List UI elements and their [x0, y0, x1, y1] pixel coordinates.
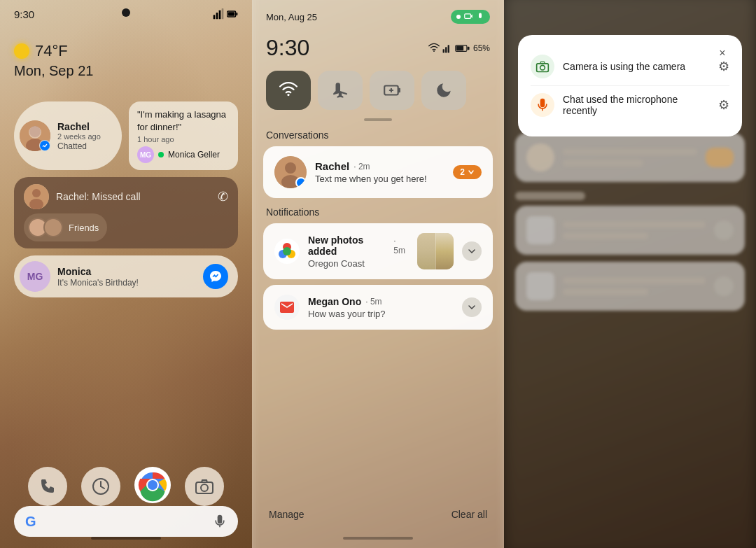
photos-notif-title: New photos added — [308, 234, 389, 257]
conversation-content: Rachel · 2m Text me when you get here! — [315, 160, 444, 184]
home-nav-bar — [0, 528, 252, 548]
people-section: Rachel 2 weeks ago Chatted "I'm making a… — [14, 101, 238, 297]
missed-call-avatar — [24, 184, 49, 209]
battery-saver-icon — [383, 81, 401, 99]
close-button[interactable]: × — [714, 45, 731, 62]
email-message: How was your trip? — [308, 309, 454, 319]
clear-all-button[interactable]: Clear all — [451, 509, 487, 520]
clock-dock-icon[interactable] — [81, 467, 120, 506]
missed-call-chip: Rachel: Missed call ✆ — [24, 184, 228, 209]
friends-chip[interactable]: Friends — [24, 213, 107, 241]
airplane-icon — [331, 81, 349, 99]
notifications-scroll-area[interactable]: Conversations Rachel · 2m — [252, 129, 504, 500]
battery-icon — [227, 8, 238, 20]
mic-perm-icon — [531, 93, 554, 117]
photos-notif-content: New photos added · 5m Oregon Coast — [308, 234, 409, 269]
close-icon: × — [719, 47, 725, 59]
email-sender: Megan Ono — [308, 296, 361, 307]
mic-settings-icon[interactable]: ⚙ — [718, 97, 729, 113]
date-display: Mon, Sep 21 — [14, 63, 93, 79]
rachel-missed-section[interactable]: Rachel: Missed call ✆ Friends — [14, 177, 238, 248]
conv-sender-name: Rachel — [315, 160, 349, 172]
photos-notification-card[interactable]: New photos added · 5m Oregon Coast — [263, 223, 493, 279]
people-row-1: Rachel 2 weeks ago Chatted "I'm making a… — [14, 101, 238, 170]
svg-point-45 — [540, 65, 545, 70]
svg-point-38 — [285, 162, 296, 174]
blurred-line-bottom-3 — [563, 288, 648, 295]
blurred-expand-3 — [714, 276, 734, 296]
blurred-badge-1 — [706, 148, 734, 167]
email-notif-row: Megan Ono · 5m How was your trip? — [274, 295, 482, 320]
monica-birthday-chip[interactable]: MG Monica It's Monica's Birthday! — [14, 255, 238, 297]
chrome-dock-icon[interactable] — [134, 467, 171, 503]
photos-notif-time: · 5m — [393, 236, 409, 255]
blurred-card-3 — [515, 262, 745, 311]
monica-avatar: MG — [20, 261, 50, 292]
monica-quote-person: MG Monica Geller — [137, 146, 230, 163]
rachel-missed-avatar-img — [24, 184, 49, 209]
blurred-avatar-2 — [526, 216, 554, 244]
wifi-toggle[interactable] — [266, 71, 311, 110]
monica-birthday-text: It's Monica's Birthday! — [57, 278, 196, 288]
online-indicator — [158, 152, 164, 157]
email-title-row: Megan Ono · 5m — [308, 296, 454, 307]
battery-saver-toggle[interactable] — [370, 71, 414, 110]
notif-bottom-bar — [252, 528, 504, 548]
svg-point-22 — [201, 484, 208, 491]
phone-dock-icon[interactable] — [28, 467, 67, 506]
svg-rect-0 — [214, 15, 216, 19]
notif-signal-row: 65% — [428, 43, 490, 54]
airplane-toggle[interactable] — [318, 71, 363, 110]
weather-widget: 74°F Mon, Sep 21 — [14, 42, 93, 79]
blurred-card-1 — [515, 133, 745, 182]
photos-expand-btn[interactable] — [462, 241, 482, 261]
monica-messenger-icon — [203, 264, 228, 289]
svg-rect-24 — [465, 14, 471, 18]
friend-avatar-2 — [43, 218, 63, 237]
missed-call-icon: ✆ — [218, 189, 228, 204]
svg-rect-27 — [445, 47, 447, 52]
rachel-chip[interactable]: Rachel 2 weeks ago Chatted — [14, 101, 122, 170]
svg-rect-30 — [456, 45, 463, 50]
temperature: 74°F — [35, 42, 68, 60]
manage-button[interactable]: Manage — [269, 509, 304, 520]
mic-permission-item: Chat used the microphone recently ⚙ — [531, 85, 729, 124]
messenger-app-badge — [295, 177, 307, 188]
notif-time-display: 9:30 — [266, 35, 309, 61]
camera-dock-icon[interactable] — [185, 467, 224, 506]
email-time: · 5m — [365, 297, 382, 307]
app-dock — [28, 467, 224, 506]
svg-point-12 — [32, 189, 41, 197]
email-expand-btn[interactable] — [462, 297, 482, 317]
signal-icon-notif — [442, 43, 452, 53]
wifi-toggle-icon — [279, 81, 298, 99]
monica-quote-bubble[interactable]: "I'm making a lasagna for dinner!" 1 hou… — [129, 101, 238, 170]
svg-point-43 — [283, 247, 291, 255]
blurred-line-top-1 — [563, 148, 697, 155]
notifications-panel: Mon, Aug 25 9:30 — [252, 0, 504, 548]
email-notif-content: Megan Ono · 5m How was your trip? — [308, 296, 454, 319]
svg-rect-26 — [443, 49, 444, 52]
monica-quote-text: "I'm making a lasagna for dinner!" — [137, 108, 230, 133]
blurred-line-bottom-2 — [563, 232, 648, 239]
battery-percent: 65% — [473, 43, 490, 53]
battery-icon-notif — [455, 43, 470, 53]
google-g-logo: G — [25, 514, 36, 530]
blurred-avatar-1 — [526, 143, 554, 171]
dark-mode-toggle[interactable] — [421, 71, 466, 110]
wifi-icon — [428, 43, 440, 54]
gmail-app-icon — [274, 295, 300, 320]
message-count-badge[interactable]: 2 — [453, 165, 482, 179]
svg-point-8 — [29, 126, 41, 137]
photos-notif-subtitle: Oregon Coast — [308, 258, 409, 269]
conversation-card-rachel[interactable]: Rachel · 2m Text me when you get here! 2 — [263, 146, 493, 198]
mic-perm-svg — [536, 98, 550, 112]
svg-point-20 — [148, 480, 158, 490]
email-notification-card[interactable]: Megan Ono · 5m How was your trip? — [263, 285, 493, 330]
chrome-icon-svg — [134, 467, 171, 503]
recording-pill — [451, 10, 490, 24]
rachel-messenger-badge — [39, 140, 50, 151]
microphone-icon[interactable] — [213, 514, 227, 528]
camera-dot — [122, 8, 130, 17]
notifications-section-label: Notifications — [263, 206, 493, 218]
